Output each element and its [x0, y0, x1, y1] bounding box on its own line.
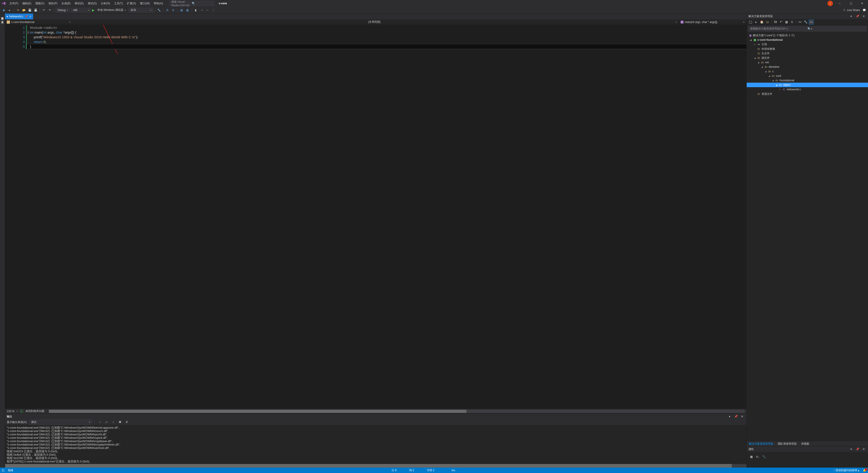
find-button[interactable]: 🔧 — [157, 8, 162, 12]
step-button2[interactable]: ⇤ — [205, 8, 210, 12]
tree-headers[interactable]: 🗀 头文件 — [747, 51, 868, 56]
solution-tree[interactable]: ▣ 解决方案"c-core"(1 个项目/共 1 个) ◢ ▣ c-core-f… — [747, 32, 868, 441]
tab-solution-explorer[interactable]: 解决方案资源管理器 — [747, 441, 775, 446]
status-source-control[interactable]: ↑ 添加到源代码管理 ▴ — [833, 469, 859, 472]
menu-build[interactable]: 生成(B) — [60, 1, 72, 6]
side-tab-toolbox[interactable]: 工具箱 — [0, 17, 5, 21]
output-wrap-button[interactable]: ↲ — [111, 420, 116, 424]
tree-ittimeline[interactable]: ◢ 🗁 ittimeline — [747, 65, 868, 69]
nav-member-dropdown[interactable]: main(int argc, char * argv[]) ▾ — [679, 19, 746, 25]
pin-icon[interactable]: 📌 — [25, 15, 28, 18]
props-cat-button[interactable]: ▦ — [749, 454, 754, 459]
exp-wrench-button[interactable]: 🔧 — [803, 20, 808, 25]
step-button1[interactable]: ⇥ — [199, 8, 204, 12]
tree-ext-deps[interactable]: 🗀 外部依赖项 — [747, 47, 868, 51]
tree-net[interactable]: ◢ 🗁 net — [747, 60, 868, 65]
props-wrench-button[interactable]: 🔧 — [762, 454, 767, 459]
tree-helloworld-file[interactable]: ▷ C helloworld.c — [747, 87, 868, 92]
tree-core[interactable]: ◢ 🗁 core — [747, 73, 868, 78]
user-avatar[interactable]: I — [828, 1, 833, 6]
exp-preview-button[interactable]: ▭ — [809, 20, 814, 25]
menu-test[interactable]: 测试(S) — [86, 1, 99, 6]
explorer-search[interactable]: 搜索解决方案资源管理器(Ctrl+;) 🔍▾ — [748, 26, 867, 32]
panel-dropdown-icon[interactable]: ▾ — [727, 414, 732, 419]
explorer-pin-icon[interactable]: 📌 — [855, 14, 860, 19]
exp-refresh-button[interactable]: 🗘 — [773, 20, 778, 25]
open-file-button[interactable]: 📂 — [21, 8, 26, 12]
comment-button[interactable]: ⎘ — [165, 8, 170, 12]
notification-bell-icon[interactable]: 🔔 — [863, 469, 866, 472]
tab-team-explorer[interactable]: 团队资源管理器 — [775, 441, 799, 446]
platform-dropdown[interactable]: x86▾ — [71, 8, 91, 12]
auto-dropdown[interactable]: 自动▾ — [128, 8, 153, 12]
caret-icon[interactable]: ◢ — [775, 84, 778, 86]
document-tab[interactable]: helloworld.c 📌 ✕ — [5, 13, 33, 19]
step-button3[interactable]: ⤴ — [211, 8, 216, 12]
status-col[interactable]: 列 2 — [409, 469, 414, 472]
start-debug-button[interactable]: ▶ — [92, 8, 95, 12]
menu-edit[interactable]: 编辑(E) — [21, 1, 33, 6]
quick-launch-search[interactable]: 搜索 Visual Studio (Ctrl+Q) 🔍 — [169, 1, 214, 6]
menu-extensions[interactable]: 扩展(X) — [125, 1, 138, 6]
menu-debug[interactable]: 调试(D) — [73, 1, 86, 6]
panel-close-icon[interactable]: ✕ — [740, 414, 745, 419]
feedback-button[interactable]: 💬 — [862, 8, 867, 12]
caret-icon[interactable]: ◢ — [753, 57, 756, 59]
output-lock-button[interactable]: ⇵ — [124, 420, 129, 424]
output-clear2-button[interactable]: 🗙 — [118, 420, 122, 424]
caret-icon[interactable]: ▷ — [753, 43, 756, 46]
exp-sync-button[interactable]: 🗂 — [765, 20, 770, 25]
tab-close-icon[interactable]: ✕ — [29, 15, 31, 18]
debugger-dropdown[interactable]: 本地 Windows 调试器▾ — [95, 8, 127, 12]
status-line[interactable]: 行 5 — [392, 469, 397, 472]
explorer-close-icon[interactable]: ✕ — [861, 14, 866, 19]
menu-file[interactable]: 文件(F) — [8, 1, 20, 6]
exp-copy-button[interactable]: ⎘ — [790, 20, 795, 25]
output-toggle-button[interactable]: ⇄ — [104, 420, 109, 424]
output-scrollbar[interactable] — [5, 464, 746, 468]
props-close-icon[interactable]: ✕ — [861, 447, 866, 452]
save-button[interactable]: 💾 — [27, 8, 32, 12]
undo-button[interactable]: ↶ — [41, 8, 46, 12]
side-tab-server-explorer[interactable]: 服务器资源管理器 — [0, 13, 5, 17]
save-all-button[interactable]: 💾 — [33, 8, 38, 12]
tree-references[interactable]: ▷ ▪▪ 引用 — [747, 42, 868, 47]
props-az-button[interactable]: A↓ — [755, 454, 760, 459]
output-source-dropdown[interactable]: 调试▾ — [29, 420, 92, 425]
problems-label[interactable]: 未找到相关问题 — [25, 409, 44, 413]
minimize-button[interactable]: ─ — [835, 0, 844, 7]
zoom-level[interactable]: 133 % — [7, 410, 14, 413]
live-share-button[interactable]: Live Share — [847, 8, 860, 12]
redo-button[interactable]: ↷ — [47, 8, 52, 12]
flag-button[interactable]: ▮ — [193, 8, 198, 12]
output-text[interactable]: "c-core-foundational.exe"(Win32): 已加载"C:… — [5, 425, 746, 464]
status-char[interactable]: 字符 2 — [427, 469, 434, 472]
exp-collapse-button[interactable]: ↶ — [778, 20, 783, 25]
config-dropdown[interactable]: Debug▾ — [56, 8, 70, 12]
menu-tools[interactable]: 工具(T) — [112, 1, 125, 6]
tab-class-view[interactable]: 类视图 — [799, 441, 811, 446]
tree-sources[interactable]: ◢ 🗁 源文件 — [747, 56, 868, 60]
code-editor[interactable]: 1 2 3 4 5 #include <stdio.h> –int main(i… — [5, 25, 746, 409]
nav-project-dropdown[interactable]: c-core-foundational ▾ — [5, 19, 72, 25]
tree-resources[interactable]: 🗀 资源文件 — [747, 92, 868, 96]
menu-view[interactable]: 视图(V) — [34, 1, 46, 6]
bookmark-button[interactable]: ▤ — [179, 8, 184, 12]
caret-icon[interactable]: ◢ — [757, 61, 760, 63]
exp-code-button[interactable]: <> — [798, 20, 803, 25]
nav-back-button[interactable]: ◉ — [1, 8, 6, 12]
menu-project[interactable]: 项目(P) — [46, 1, 59, 6]
nav-fwd-button[interactable]: ▸ — [7, 8, 12, 12]
menu-window[interactable]: 窗口(W) — [138, 1, 152, 6]
maximize-button[interactable]: ▢ — [846, 0, 856, 7]
explorer-dropdown-icon[interactable]: ▾ — [849, 14, 854, 19]
caret-icon[interactable]: ◢ — [764, 70, 767, 72]
close-button[interactable]: ✕ — [858, 0, 867, 7]
uncomment-button[interactable]: ⎗ — [171, 8, 176, 12]
nav-scope-dropdown[interactable]: (全局范围) ▾ — [72, 19, 679, 25]
horizontal-scrollbar[interactable] — [49, 410, 745, 413]
new-project-button[interactable]: ✳ — [16, 8, 21, 12]
props-pin-icon[interactable]: 📌 — [855, 447, 860, 452]
exp-home-button[interactable]: 🏠 — [759, 20, 764, 25]
tree-object[interactable]: ◢ 🗁 object — [747, 83, 868, 87]
